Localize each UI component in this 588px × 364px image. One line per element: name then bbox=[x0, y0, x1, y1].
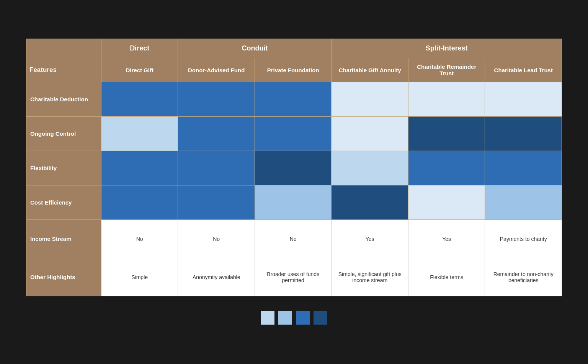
data-cell-4-1: No bbox=[178, 220, 255, 258]
data-cell-1-4 bbox=[408, 117, 485, 151]
col-header-3: Private Foundation bbox=[255, 58, 332, 82]
data-cell-3-2 bbox=[255, 185, 332, 220]
data-cell-2-0 bbox=[101, 151, 178, 185]
col-header-5: Charitable Remainder Trust bbox=[408, 58, 485, 82]
legend-color-box bbox=[296, 311, 310, 325]
col-header-6: Charitable Lead Trust bbox=[485, 58, 562, 82]
data-cell-5-2: Broader uses of funds permitted bbox=[255, 258, 332, 296]
header-direct: Direct bbox=[101, 39, 178, 58]
data-cell-1-5 bbox=[485, 117, 562, 151]
data-cell-4-5: Payments to charity bbox=[485, 220, 562, 258]
data-cell-1-1 bbox=[178, 117, 255, 151]
table-row: Income StreamNoNoNoYesYesPayments to cha… bbox=[26, 220, 562, 258]
data-cell-3-0 bbox=[101, 185, 178, 220]
data-cell-1-0 bbox=[101, 117, 178, 151]
data-cell-0-2 bbox=[255, 82, 332, 117]
data-cell-5-1: Anonymity available bbox=[178, 258, 255, 296]
data-cell-2-1 bbox=[178, 151, 255, 185]
row-label-5: Other Highlights bbox=[26, 258, 101, 296]
row-label-4: Income Stream bbox=[26, 220, 101, 258]
legend-color-box bbox=[314, 311, 327, 325]
header-split-interest: Split-Interest bbox=[332, 39, 562, 58]
data-cell-3-4 bbox=[408, 185, 485, 220]
header-empty-cell bbox=[26, 39, 101, 58]
table-row: Ongoing Control bbox=[26, 117, 562, 151]
header-row-1: Direct Conduit Split-Interest bbox=[26, 39, 562, 58]
header-row-2: Features Direct Gift Donor-Advised Fund … bbox=[26, 58, 562, 82]
legend-color-box bbox=[278, 311, 292, 325]
data-cell-5-3: Simple, significant gift plus income str… bbox=[332, 258, 408, 296]
data-cell-1-2 bbox=[255, 117, 332, 151]
row-label-0: Charitable Deduction bbox=[26, 82, 101, 117]
comparison-table: Direct Conduit Split-Interest Features D… bbox=[26, 39, 562, 296]
legend-color-box bbox=[261, 311, 274, 325]
data-cell-0-0 bbox=[101, 82, 178, 117]
data-cell-2-2 bbox=[255, 151, 332, 185]
row-label-2: Flexibility bbox=[26, 151, 101, 185]
data-cell-4-3: Yes bbox=[332, 220, 408, 258]
col-header-4: Charitable Gift Annuity bbox=[332, 58, 408, 82]
header-conduit: Conduit bbox=[178, 39, 332, 58]
legend bbox=[26, 304, 562, 333]
row-label-1: Ongoing Control bbox=[26, 117, 101, 151]
data-cell-4-2: No bbox=[255, 220, 332, 258]
data-cell-0-3 bbox=[332, 82, 408, 117]
data-cell-1-3 bbox=[332, 117, 408, 151]
row-label-3: Cost Efficiency bbox=[26, 185, 101, 220]
data-cell-4-4: Yes bbox=[408, 220, 485, 258]
data-cell-2-3 bbox=[332, 151, 408, 185]
data-cell-3-3 bbox=[332, 185, 408, 220]
data-cell-4-0: No bbox=[101, 220, 178, 258]
data-cell-2-5 bbox=[485, 151, 562, 185]
data-cell-0-1 bbox=[178, 82, 255, 117]
col-header-1: Direct Gift bbox=[101, 58, 178, 82]
table-row: Cost Efficiency bbox=[26, 185, 562, 220]
table-row: Charitable Deduction bbox=[26, 82, 562, 117]
table-body: Charitable DeductionOngoing ControlFlexi… bbox=[26, 82, 562, 296]
data-cell-0-4 bbox=[408, 82, 485, 117]
col-header-2: Donor-Advised Fund bbox=[178, 58, 255, 82]
data-cell-0-5 bbox=[485, 82, 562, 117]
data-cell-5-4: Flexible terms bbox=[408, 258, 485, 296]
table-row: Other HighlightsSimpleAnonymity availabl… bbox=[26, 258, 562, 296]
data-cell-2-4 bbox=[408, 151, 485, 185]
data-cell-3-1 bbox=[178, 185, 255, 220]
data-cell-3-5 bbox=[485, 185, 562, 220]
features-label: Features bbox=[26, 58, 101, 82]
data-cell-5-5: Remainder to non-charity beneficiaries bbox=[485, 258, 562, 296]
table-row: Flexibility bbox=[26, 151, 562, 185]
data-cell-5-0: Simple bbox=[101, 258, 178, 296]
